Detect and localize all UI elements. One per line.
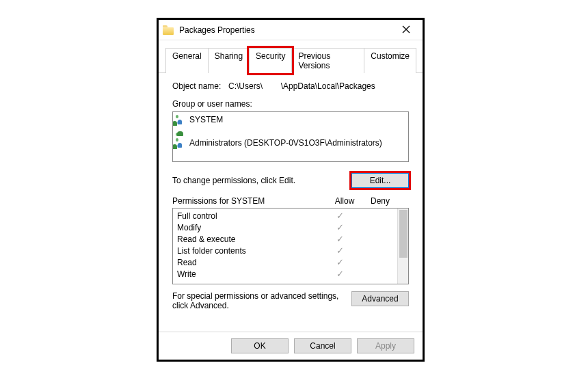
checkmark-icon: ✓ <box>322 257 358 267</box>
tab-general[interactable]: General <box>165 48 209 73</box>
table-row: Write ✓ <box>177 268 393 280</box>
scrollbar[interactable] <box>397 209 408 284</box>
properties-dialog: Packages Properties General Sharing Secu… <box>157 18 425 362</box>
checkmark-icon: ✓ <box>322 234 358 244</box>
object-name-label: Object name: <box>172 81 228 91</box>
list-item[interactable]: Administrators (DESKTOP-0VS1O3F\Administ… <box>176 137 405 148</box>
cancel-button[interactable]: Cancel <box>294 338 351 353</box>
tab-previous-versions[interactable]: Previous Versions <box>291 48 364 73</box>
edit-hint-text: To change permissions, click Edit. <box>172 176 351 185</box>
edit-row: To change permissions, click Edit. Edit.… <box>172 173 409 188</box>
object-path: C:\Users\ \AppData\Local\Packages <box>228 81 375 91</box>
group-user-listbox[interactable]: SYSTEM Administrators (DESKTOP-0VS1O3F\A… <box>172 111 409 162</box>
object-name-row: Object name: C:\Users\ \AppData\Local\Pa… <box>172 81 409 91</box>
list-item-label: SYSTEM <box>189 115 223 124</box>
apply-button[interactable]: Apply <box>357 338 414 353</box>
table-row: Read & execute ✓ <box>177 233 393 245</box>
permissions-rows: Full control ✓ Modify ✓ Read & execute ✓… <box>173 209 397 284</box>
group-user-names-label: Group or user names: <box>172 99 409 109</box>
ok-button[interactable]: OK <box>231 338 289 353</box>
tab-content: Object name: C:\Users\ \AppData\Local\Pa… <box>159 73 423 332</box>
user-icon <box>176 126 187 136</box>
table-row: Modify ✓ <box>177 221 393 233</box>
list-item[interactable] <box>176 125 405 137</box>
users-group-icon <box>176 115 187 124</box>
checkmark-icon: ✓ <box>322 211 358 221</box>
advanced-button[interactable]: Advanced <box>351 291 409 306</box>
table-row: Full control ✓ <box>177 210 393 221</box>
tab-security[interactable]: Security <box>249 48 292 73</box>
tab-sharing[interactable]: Sharing <box>208 48 250 73</box>
close-button[interactable] <box>394 24 418 36</box>
tab-customize[interactable]: Customize <box>364 48 416 73</box>
list-item[interactable]: SYSTEM <box>176 113 405 125</box>
list-item-label: Administrators (DESKTOP-0VS1O3F\Administ… <box>189 138 382 148</box>
permissions-title: Permissions for SYSTEM <box>172 196 327 206</box>
window-title: Packages Properties <box>179 25 394 35</box>
tab-strip: General Sharing Security Previous Versio… <box>159 40 423 73</box>
checkmark-icon: ✓ <box>322 245 358 256</box>
close-icon <box>402 25 410 33</box>
edit-button[interactable]: Edit... <box>351 173 409 188</box>
checkmark-icon: ✓ <box>322 269 358 279</box>
scrollbar-thumb[interactable] <box>399 210 407 258</box>
users-group-icon <box>176 138 187 148</box>
permissions-header: Permissions for SYSTEM Allow Deny <box>172 196 409 206</box>
deny-column-header: Deny <box>362 196 398 206</box>
checkmark-icon: ✓ <box>322 222 358 232</box>
dialog-footer: OK Cancel Apply <box>159 332 423 360</box>
titlebar: Packages Properties <box>159 20 423 40</box>
permissions-table: Full control ✓ Modify ✓ Read & execute ✓… <box>172 208 409 284</box>
advanced-row: For special permissions or advanced sett… <box>172 291 409 310</box>
folder-icon <box>163 25 174 35</box>
table-row: Read ✓ <box>177 256 393 268</box>
allow-column-header: Allow <box>327 196 362 206</box>
table-row: List folder contents ✓ <box>177 245 393 256</box>
advanced-hint-text: For special permissions or advanced sett… <box>172 291 351 310</box>
